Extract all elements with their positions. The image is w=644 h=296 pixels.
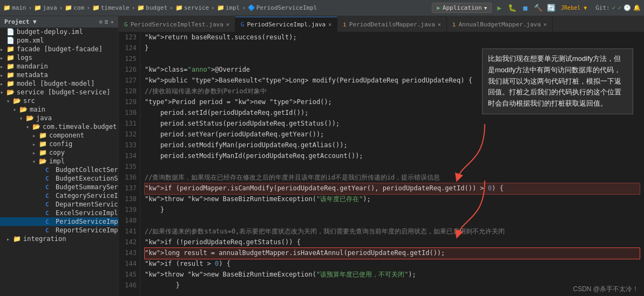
tree-item-icon: C	[45, 227, 54, 234]
sidebar-item-reportserviceimpl[interactable]: CReportServiceImpl	[0, 226, 118, 235]
annotation-text: 比如我们现在想要单元测试modify方法，但是modify方法中有两句访问数据库…	[488, 54, 621, 107]
project-sidebar: Project ▼ ⚙ ≡ ✦ 📄budget-deploy.iml 📄pom.…	[0, 16, 119, 296]
tree-arrow-icon: ▾	[6, 98, 13, 104]
code-line: "kw">if (periodMapper.isCanModify(period…	[145, 183, 640, 194]
sidebar-item-periodserviceimpl[interactable]: CPeriodServiceImpl	[0, 217, 118, 226]
sidebar-item-src[interactable]: ▾📂src	[0, 97, 118, 105]
sidebar-expand-icon[interactable]: ≡	[105, 18, 109, 25]
tree-item-icon: 📂	[19, 106, 28, 113]
code-editor[interactable]: 1231241251261271281291301311321331341351…	[119, 32, 644, 296]
breadcrumb: 📁 main › 📁 java › 📁 com › 📁 timevale › 📁…	[3, 4, 317, 11]
tab-active-close-icon[interactable]: ×	[328, 22, 331, 27]
editor-area: G PeriodServiceImplTest.java × G PeriodS…	[119, 16, 644, 296]
tree-item-icon: 📁	[13, 235, 22, 243]
line-number: 135	[119, 162, 137, 173]
watermark: CSDN @杀手不太冷！	[573, 285, 639, 294]
tree-item-label: main	[30, 106, 45, 113]
tree-arrow-icon: ▸	[32, 133, 39, 139]
tree-item-icon: C	[45, 167, 54, 174]
tab-annual-budget-mapper[interactable]: i AnnualBudgetMapper.java ×	[447, 17, 553, 32]
tree-item-label: model [budget-model]	[17, 80, 95, 87]
toolbar: 📁 main › 📁 java › 📁 com › 📁 timevale › 📁…	[0, 0, 644, 16]
tree-item-icon: C	[45, 192, 54, 199]
git-section: Git: ✓ ✓ 🕐 🔔	[595, 4, 641, 11]
tree-arrow-icon: ▾	[19, 115, 26, 121]
tree-item-label: config	[49, 140, 72, 148]
sidebar-sync-icon[interactable]: ⚙	[99, 18, 103, 25]
run-config-selector[interactable]: ▶ Application ▼	[432, 3, 492, 13]
tree-item-label: DepartmentServiceIm...	[56, 201, 118, 208]
sidebar-header: Project ▼ ⚙ ≡ ✦	[0, 16, 118, 27]
tree-item-icon: 📁	[6, 54, 15, 61]
tree-item-icon: C	[45, 218, 54, 225]
code-line: //查询数据库，如果现在已经存在修改之后的年度并且该年度的id不是我们所传递的i…	[145, 173, 640, 183]
sync-button[interactable]: 🔄	[546, 3, 557, 13]
sidebar-item-model-[budget-model][interactable]: ▸📁model [budget-model]	[0, 79, 118, 88]
sidebar-item-mandarin[interactable]: ▸📁mandarin	[0, 62, 118, 71]
com-icon: 📁	[65, 4, 72, 11]
sidebar-item-facade-[budget-facad[interactable]: ▸📁facade [budget-facade]	[0, 45, 118, 53]
sidebar-item-budgetcollectservic.[interactable]: CBudgetCollectServic...	[0, 166, 118, 174]
build-button[interactable]: 🔨	[533, 3, 544, 13]
stop-button[interactable]: ■	[520, 3, 531, 13]
line-numbers: 1231241251261271281291301311321331341351…	[119, 32, 140, 296]
tab-annual-close-icon[interactable]: ×	[544, 22, 547, 27]
tree-arrow-icon: ▸	[0, 46, 6, 52]
sidebar-item-component[interactable]: ▸📁component	[0, 131, 118, 140]
main-layout: Project ▼ ⚙ ≡ ✦ 📄budget-deploy.iml 📄pom.…	[0, 16, 644, 296]
sidebar-item-logs[interactable]: ▸📁logs	[0, 53, 118, 62]
debug-button[interactable]: 🐛	[507, 3, 518, 13]
sidebar-item-integration[interactable]: ▸📁integration	[0, 235, 118, 243]
line-number: 130	[119, 108, 137, 119]
mapper-file-icon: i	[343, 21, 347, 28]
sidebar-item-pom.xml[interactable]: 📄pom.xml	[0, 36, 118, 45]
tab-period-service-impl[interactable]: G PeriodServiceImpl.java ×	[235, 17, 337, 32]
sidebar-item-categoryserviceimpl[interactable]: CCategoryServiceImpl	[0, 191, 118, 200]
sidebar-item-impl[interactable]: ▾📂impl	[0, 157, 118, 166]
sidebar-item-budget-deploy.iml[interactable]: 📄budget-deploy.iml	[0, 27, 118, 36]
tree-item-label: ReportServiceImpl	[56, 226, 118, 234]
tree-item-label: BudgetSummaryServic...	[56, 183, 118, 191]
sidebar-item-com.timevale.budget.[interactable]: ▾📂com.timevale.budget.servi...	[0, 122, 118, 131]
tree-arrow-icon: ▸	[32, 141, 39, 147]
sidebar-item-metadata[interactable]: ▸📁metadata	[0, 71, 118, 79]
tree-container: 📄budget-deploy.iml 📄pom.xml▸📁facade [bud…	[0, 27, 118, 243]
tab-mapper-close-icon[interactable]: ×	[438, 22, 441, 27]
code-line	[145, 216, 640, 226]
tree-item-icon: 📁	[6, 80, 15, 87]
line-number: 146	[119, 280, 137, 291]
line-number: 132	[119, 129, 137, 140]
code-line: "kw">if (result > 0) {	[145, 259, 640, 270]
tree-item-icon: 📂	[26, 114, 35, 122]
sidebar-gear-icon[interactable]: ✦	[110, 18, 114, 25]
tab-period-service-impl-test[interactable]: G PeriodServiceImplTest.java ×	[119, 17, 235, 32]
jrebel-button[interactable]: JRebel ▼	[559, 3, 589, 13]
sidebar-item-main[interactable]: ▾📂main	[0, 105, 118, 114]
tree-item-icon: C	[45, 201, 54, 208]
code-line: period.setStatus(periodUpdateReq.getStat…	[145, 119, 640, 129]
sidebar-item-budgetexecutionser..[interactable]: CBudgetExecutionSer...	[0, 174, 118, 183]
tree-arrow-icon: ▸	[32, 150, 39, 156]
tab-close-icon[interactable]: ×	[226, 22, 229, 27]
sidebar-item-budgetsummaryservic.[interactable]: CBudgetSummaryServic...	[0, 183, 118, 191]
clock-icon: 🕐	[623, 4, 631, 11]
tree-item-label: src	[23, 97, 35, 105]
run-button[interactable]: ▶	[494, 3, 505, 13]
sidebar-item-departmentserviceim.[interactable]: CDepartmentServiceIm...	[0, 200, 118, 209]
code-line: "kw">throw "kw">new BaseBizRuntimeExcept…	[145, 270, 640, 280]
tree-item-label: integration	[23, 235, 66, 243]
sidebar-item-excelserviceimpl[interactable]: CExcelServiceImpl	[0, 209, 118, 217]
tab-period-details-mapper[interactable]: i PeriodDetailsMapper.java ×	[337, 17, 447, 32]
tab-annual-label: AnnualBudgetMapper.java	[458, 21, 540, 28]
tree-item-label: com.timevale.budget.servi...	[43, 123, 118, 130]
sidebar-item-service-[budget-serv[interactable]: ▾📂service [budget-service]	[0, 88, 118, 97]
sidebar-item-java[interactable]: ▾📂java	[0, 114, 118, 122]
sidebar-item-config[interactable]: ▸📁config	[0, 140, 118, 148]
tree-item-label: copy	[49, 149, 65, 156]
tab-mapper-label: PeriodDetailsMapper.java	[349, 21, 435, 28]
sidebar-item-copy[interactable]: ▸📁copy	[0, 148, 118, 157]
line-number: 142	[119, 237, 137, 248]
run-config-label: Application	[443, 4, 482, 11]
tree-item-label: CategoryServiceImpl	[56, 192, 118, 199]
tree-item-label: PeriodServiceImpl	[56, 218, 118, 225]
